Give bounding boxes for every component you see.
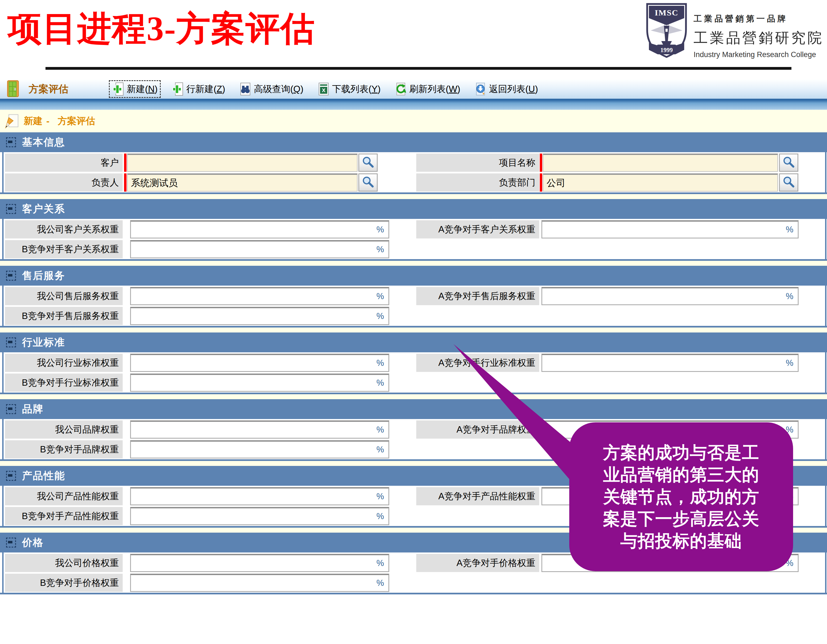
collapse-toggle-icon[interactable] <box>6 337 16 347</box>
field-label: 我公司品牌权重 <box>5 420 123 439</box>
percent-suffix: % <box>376 311 384 321</box>
percent-suffix: % <box>376 511 384 521</box>
weight-input[interactable]: % <box>130 420 389 439</box>
field-label: A竞争对手售后服务权重 <box>416 287 539 305</box>
imsc-logo: IMSC 1999 工業品營銷第一品牌 工業品營銷研究院 Industry Ma… <box>644 2 824 65</box>
collapse-toggle-icon[interactable] <box>6 538 16 547</box>
magnifier-icon <box>782 156 795 169</box>
magnifier-icon <box>361 176 374 189</box>
department-lookup-button[interactable] <box>779 173 798 192</box>
percent-suffix: % <box>376 445 384 455</box>
row-new-plus-icon <box>172 82 184 96</box>
svg-text:X: X <box>322 87 325 93</box>
weight-input[interactable]: % <box>130 487 389 505</box>
weight-input[interactable]: % <box>130 507 389 525</box>
collapse-toggle-icon[interactable] <box>6 404 16 414</box>
section-body-industry-standard: 我公司行业标准权重 % A竞争对手行业标准权重 % B竞争对手行业标准权重 % <box>0 352 827 394</box>
section-header-brand: 品牌 <box>0 399 827 419</box>
required-marker <box>540 173 542 192</box>
field-label-customer: 客户 <box>5 154 123 172</box>
section-gap <box>0 394 827 399</box>
weight-input[interactable]: % <box>130 354 389 372</box>
row-new-button[interactable]: 行新建(Z) <box>169 81 228 97</box>
form-row: 客户 项目名称 <box>0 154 827 172</box>
section-gap <box>0 194 827 199</box>
percent-suffix: % <box>376 292 384 301</box>
weight-input[interactable]: % <box>130 554 389 572</box>
field-label: B竞争对手价格权重 <box>5 574 123 592</box>
field-label: B竞争对手行业标准权重 <box>5 374 123 392</box>
field-label-owner: 负责人 <box>5 173 123 192</box>
module-title: 方案评估 <box>29 83 69 96</box>
advanced-query-binoculars-icon <box>239 82 252 96</box>
collapse-toggle-icon[interactable] <box>6 137 16 147</box>
section-title: 品牌 <box>22 402 44 416</box>
return-list-button[interactable]: 返回列表(U) <box>472 81 540 97</box>
weight-input[interactable]: % <box>130 307 389 325</box>
advanced-query-button[interactable]: 高级查询(Q) <box>237 81 306 97</box>
breadcrumb-separator: - <box>46 116 49 126</box>
section-header-industry-standard: 行业标准 <box>0 332 827 352</box>
percent-suffix: % <box>376 491 384 502</box>
project-name-lookup-input[interactable] <box>543 154 778 172</box>
breadcrumb-target: 方案评估 <box>58 115 95 127</box>
weight-input[interactable]: % <box>541 287 799 305</box>
weight-input[interactable]: % <box>130 574 389 592</box>
section-title: 售后服务 <box>22 269 65 282</box>
slide-page: 项目进程3-方案评估 IMSC 1999 工業品營銷第一品牌 工業品營銷研究 <box>0 0 827 644</box>
collapse-toggle-icon[interactable] <box>6 471 16 481</box>
form-row: 我公司客户关系权重 % A竞争对手客户关系权重 % <box>0 220 827 239</box>
refresh-list-button[interactable]: 刷新列表(W) <box>392 81 463 97</box>
section-header-after-sales-service: 售后服务 <box>0 266 827 285</box>
percent-suffix: % <box>786 358 793 368</box>
required-marker <box>540 154 542 172</box>
toolbar-separator-band <box>0 99 827 110</box>
customer-lookup-button[interactable] <box>358 154 378 172</box>
field-label: 我公司行业标准权重 <box>5 354 123 372</box>
section-body-basic-info: 客户 项目名称 负责人 系统测试员 <box>0 152 827 194</box>
weight-input[interactable]: % <box>130 374 389 392</box>
weight-input[interactable]: % <box>130 240 389 258</box>
percent-suffix: % <box>376 578 384 588</box>
section-title: 客户关系 <box>22 202 65 216</box>
weight-input[interactable]: % <box>130 287 389 305</box>
required-marker <box>124 173 126 192</box>
callout-bubble: 方案的成功与否是工业品营销的第三大的关键节点，成功的方案是下一步高层公关与招投标… <box>569 423 793 571</box>
logo-name-cn: 工業品營銷研究院 <box>694 28 824 48</box>
department-lookup-input[interactable]: 公司 <box>543 173 778 192</box>
bottom-filler <box>0 594 827 644</box>
field-label: B竞争对手客户关系权重 <box>5 240 123 258</box>
owner-lookup-button[interactable] <box>358 173 378 192</box>
weight-input[interactable]: % <box>130 220 389 239</box>
percent-suffix: % <box>376 358 384 368</box>
weight-input[interactable]: % <box>130 440 389 458</box>
collapse-toggle-icon[interactable] <box>6 204 16 214</box>
slide-header: 项目进程3-方案评估 IMSC 1999 工業品營銷第一品牌 工業品營銷研究 <box>0 0 827 80</box>
logo-tagline: 工業品營銷第一品牌 <box>694 13 824 25</box>
field-label-project-name: 项目名称 <box>416 154 539 172</box>
section-title: 价格 <box>22 536 44 549</box>
refresh-list-icon <box>395 82 407 96</box>
field-label: 我公司客户关系权重 <box>5 220 123 239</box>
form-row: B竞争对手售后服务权重 % <box>0 307 827 325</box>
new-record-pencil-icon <box>4 113 19 129</box>
required-marker <box>124 154 126 172</box>
toolbar-buttons: 新建(N) 行新建(Z) 高级查询(Q) <box>110 81 540 97</box>
form-row: B竞争对手客户关系权重 % <box>0 240 827 258</box>
app-toolbar: 方案评估 新建(N) 行新建(Z) <box>0 80 827 99</box>
project-name-lookup-button[interactable] <box>779 154 798 172</box>
logo-year: 1999 <box>660 47 673 53</box>
form-row: 我公司售后服务权重 % A竞争对手售后服务权重 % <box>0 287 827 305</box>
collapse-toggle-icon[interactable] <box>6 271 16 281</box>
shield-lighthouse-icon: IMSC 1999 <box>644 2 689 59</box>
new-button[interactable]: 新建(N) <box>110 81 160 97</box>
download-list-button[interactable]: X 下载列表(Y) <box>315 81 383 97</box>
weight-input[interactable]: % <box>541 220 799 239</box>
owner-lookup-input[interactable]: 系统测试员 <box>127 173 357 192</box>
return-list-icon <box>474 82 487 96</box>
customer-lookup-input[interactable] <box>127 154 357 172</box>
form-row: B竞争对手行业标准权重 % <box>0 374 827 392</box>
section-title: 行业标准 <box>22 335 65 349</box>
section-body-customer-relationship: 我公司客户关系权重 % A竞争对手客户关系权重 % B竞争对手客户关系权重 % <box>0 219 827 261</box>
percent-suffix: % <box>376 558 384 568</box>
